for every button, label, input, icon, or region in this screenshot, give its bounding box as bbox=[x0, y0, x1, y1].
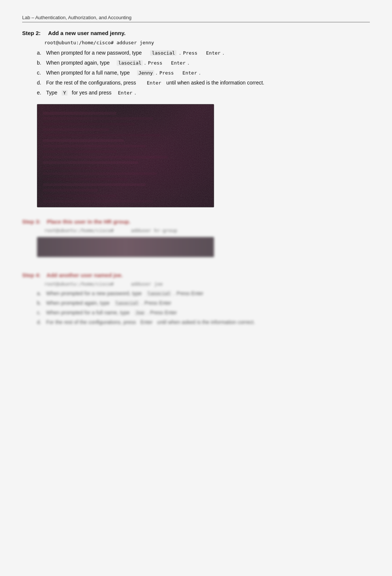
page-header: Lab – Authentication, Authorization, and… bbox=[22, 15, 370, 23]
svg-rect-10 bbox=[43, 161, 138, 164]
svg-rect-1 bbox=[43, 112, 116, 115]
step3-command: root@ubuntu:/home/cisco# adduser hr-grou… bbox=[44, 228, 370, 233]
step2-section: Step 2: Add a new user named jenny. root… bbox=[22, 30, 370, 207]
step2-label: Step 2: bbox=[22, 30, 41, 36]
list-item: d. For the rest of the configurations, p… bbox=[37, 79, 370, 87]
svg-rect-2 bbox=[43, 117, 153, 120]
press-key-d: Enter bbox=[146, 80, 162, 86]
step2-list: a. When prompted for a new password, typ… bbox=[37, 49, 370, 97]
list-letter: d. bbox=[37, 318, 46, 326]
svg-rect-14 bbox=[43, 183, 146, 186]
list-item: a. When prompted for a new password, typ… bbox=[37, 49, 370, 57]
list-text: When prompted for a new password, type l… bbox=[46, 49, 370, 57]
step3-label: Step 3: Place this user in the HR group. bbox=[22, 218, 130, 225]
press-key-e: Enter bbox=[117, 90, 133, 96]
list-text: For the rest of the configurations, pres… bbox=[46, 79, 370, 87]
press-key-b: Press Enter bbox=[147, 60, 186, 66]
step2-description: Add a new user named jenny. bbox=[48, 30, 125, 36]
list-text: Type Y for yes and press Enter . bbox=[46, 89, 370, 97]
svg-rect-12 bbox=[43, 172, 157, 175]
list-letter: c. bbox=[37, 309, 46, 317]
svg-rect-9 bbox=[43, 156, 168, 158]
step4-list: a. When prompted for a new password, typ… bbox=[37, 290, 370, 326]
page-title: Lab – Authentication, Authorization, and… bbox=[22, 15, 131, 20]
list-text: When prompted for a full name, type Jenn… bbox=[46, 69, 370, 77]
step3-screenshot bbox=[37, 237, 214, 257]
step3-header: Step 3: Place this user in the HR group. bbox=[22, 218, 370, 225]
svg-rect-6 bbox=[43, 139, 124, 142]
list-item: e. Type Y for yes and press Enter . bbox=[37, 89, 370, 97]
list-item: b. When prompted again, type lasocial . … bbox=[37, 59, 370, 67]
svg-rect-11 bbox=[43, 167, 113, 169]
press-key-a: Press Enter bbox=[182, 50, 221, 56]
list-text: For the rest of the configurations, pres… bbox=[46, 318, 255, 326]
terminal-screenshot bbox=[37, 104, 214, 207]
list-letter: d. bbox=[37, 79, 46, 87]
svg-rect-5 bbox=[43, 134, 161, 137]
list-letter: a. bbox=[37, 49, 46, 57]
step4-section: Step 4: Add another user named joe. root… bbox=[22, 272, 370, 326]
svg-rect-16 bbox=[43, 194, 116, 197]
list-letter: b. bbox=[37, 299, 46, 307]
list-letter: e. bbox=[37, 89, 46, 97]
list-text: When prompted for a new password, type l… bbox=[46, 290, 203, 297]
step2-header: Step 2: Add a new user named jenny. bbox=[22, 30, 370, 36]
list-item: a. When prompted for a new password, typ… bbox=[37, 290, 370, 297]
list-item: b. When prompted again, type lasocial . … bbox=[37, 299, 370, 307]
svg-rect-3 bbox=[43, 123, 135, 125]
svg-rect-17 bbox=[43, 200, 153, 203]
code-jenny: Jenny bbox=[137, 70, 154, 76]
step4-command: root@ubuntu:/home/cisco# adduser joe bbox=[44, 281, 370, 287]
svg-rect-13 bbox=[43, 178, 127, 180]
step2-command: root@ubuntu:/home/cisco# adduser jenny bbox=[44, 40, 370, 45]
svg-rect-15 bbox=[43, 189, 98, 192]
code-y: Y bbox=[62, 90, 68, 96]
list-letter: a. bbox=[37, 290, 46, 297]
terminal-noise bbox=[37, 104, 214, 207]
list-letter: c. bbox=[37, 69, 46, 77]
svg-rect-8 bbox=[43, 150, 116, 153]
list-item: d. For the rest of the configurations, p… bbox=[37, 318, 370, 326]
list-item: c. When prompted for a full name, type J… bbox=[37, 309, 370, 317]
code-lasocial-b: lasocial bbox=[117, 60, 143, 66]
svg-rect-4 bbox=[43, 128, 109, 131]
list-letter: b. bbox=[37, 59, 46, 67]
step4-header: Step 4: Add another user named joe. bbox=[22, 272, 370, 278]
svg-rect-7 bbox=[43, 145, 146, 148]
list-text: When prompted for a full name, type Joe … bbox=[46, 309, 177, 317]
press-key-c: Press Enter bbox=[159, 70, 198, 76]
list-text: When prompted again, type lasocial . Pre… bbox=[46, 59, 370, 67]
list-item: c. When prompted for a full name, type J… bbox=[37, 69, 370, 77]
step3-section: Step 3: Place this user in the HR group.… bbox=[22, 215, 370, 265]
list-text: When prompted again, type lasocial . Pre… bbox=[46, 299, 171, 307]
terminal-screenshot-container bbox=[37, 104, 214, 207]
code-lasocial-a: lasocial bbox=[150, 50, 176, 56]
